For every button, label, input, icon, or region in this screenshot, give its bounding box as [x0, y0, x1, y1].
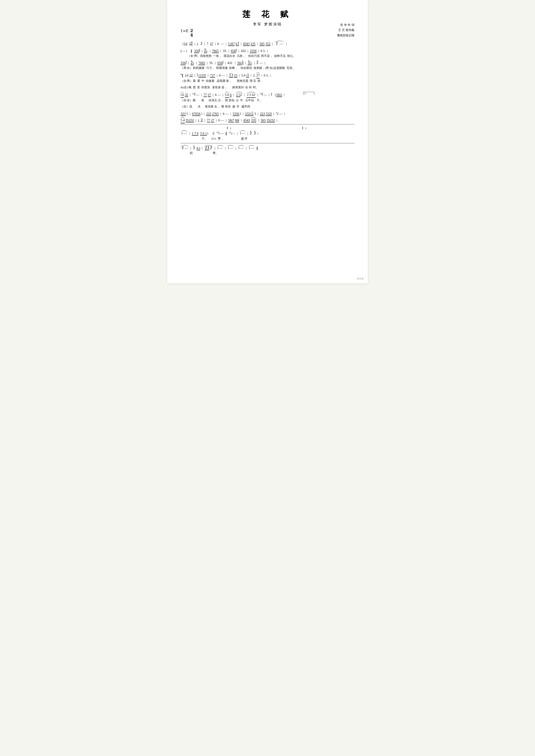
lyric-4b: （合）流 水 落花春 去， 唯 有你 盛 开 盛开四	[181, 104, 354, 109]
score-line-6: 323 5 | 67656 i̇ | 223 2765 | 6 — | 5356…	[181, 111, 354, 116]
key-time: 1=E 2 4	[181, 29, 354, 38]
meta-info: 安 华 作 词 王 艺 歌作曲 蓦然回首记谱	[337, 22, 354, 38]
score-line-4: 𝄋‖ i̇.6 32˜ | i̊ i1335 | 727 | 6 — | 3.3…	[181, 72, 354, 78]
lyric-3a: （合/男）晨 雾 中 你披着 晶莹露 珠， 美艳无需 用 言 辞。	[181, 79, 354, 83]
page: 莲 花 赋 李军 梦茜演唱 安 华 作 词 王 艺 歌作曲 蓦然回首记谱 1=E…	[167, 0, 368, 283]
lyric-5a: 子。 D.S. 季， 盛 开	[181, 136, 354, 141]
lyric-2a: （男/女）和风微微 习习， 荷塘清澈 依稀， 你在那绽 放美丽，(男/合)总是默…	[181, 66, 354, 70]
page-title: 莲 花 赋	[181, 9, 354, 20]
volta-1: 1.	[303, 92, 314, 95]
lyric-6a: 四 季。	[181, 151, 354, 155]
score-line-5: i̇.6 32˜ | 12i̊ — | 77 27 | 6 — | 5.6 i̇…	[181, 92, 354, 98]
title-container: 莲 花 赋 李军 梦茜演唱	[181, 9, 354, 27]
time-signature: 2 4	[190, 29, 193, 38]
score-line-2: i̇ —） ‖ 356i̊ | 2̊i. | 7665 | 35. | 656i…	[181, 48, 354, 53]
lyricist: 安 华 作 词	[337, 22, 354, 27]
subtitle: 李军 梦茜演唱	[181, 22, 354, 27]
composer: 王 艺 歌作曲	[337, 27, 354, 33]
watermark: 谱得着	[356, 277, 364, 280]
score-line-7: 5.4 35232 | i. 2̇ | 77 27 | 6 — | 56i7 6…	[181, 117, 354, 123]
lyric-4a: （合/女）眼 前 冰清玉 洁， 恍 若似 云 中 云中仙 子。	[181, 98, 354, 102]
section-divider-1	[181, 124, 354, 125]
key-signature: 1=E	[181, 29, 188, 33]
score-line-9: 3̊ — | 3̊ 6.i̇ | 2̊3̊ 2̊ | i̇ — | i̇ — |…	[181, 145, 354, 151]
lyric-1a: （女/男）清泉悠悠 一池， 莲花出水 几枝， 你自污泥 而不染， 始终不忘 初心…	[181, 54, 354, 58]
score-line-8: 1 — | 1 7 6 5 6 1） :‖ 12i̇ — ‖ 12i̇ — | …	[181, 130, 354, 136]
volta-labels: ‖2. ‖3	[181, 126, 354, 129]
score-line-1: （i̇.6 32̈ | i. 2̇ | 7 27 | 6 — | 5.6i̇7 …	[181, 41, 354, 46]
notation-credit: 蓦然回首记谱	[337, 33, 354, 38]
score-line-3: 356i̊ | 2̊i. | 7665 | 35. | 656i̊ | 432 …	[181, 60, 354, 66]
score-line-5-container: 1. i̇.6 32˜ | 12i̊ — | 77 27 | 6 — | 5.6…	[181, 92, 354, 98]
lyric-3b: ds(合) 晚 霞 里 你更加 多彩多 姿， 娇美莫问 在 何 时。	[181, 85, 354, 90]
